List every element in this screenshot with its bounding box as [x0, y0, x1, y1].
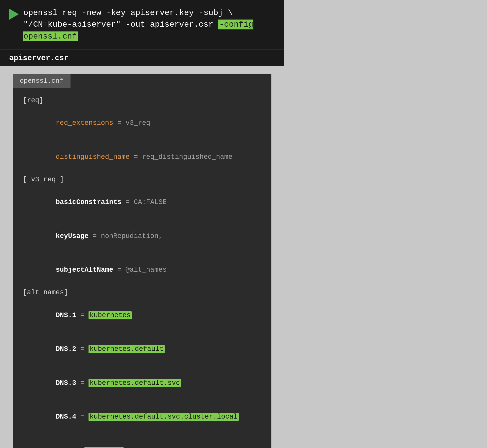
command1-block: openssl req -new -key apiserver.key -sub… — [0, 0, 284, 49]
config-line-v3req: [ v3_req ] — [23, 174, 261, 185]
config-line-dn: distinguished_name = req_distinguished_n… — [23, 140, 261, 174]
val-dns4: kubernetes.default.svc.cluster.local — [89, 413, 238, 421]
config-line-dns2: DNS.2 = kubernetes.default — [23, 332, 261, 366]
key-subject-alt-name: subjectAltName — [56, 266, 113, 274]
config-line-altnames: [alt_names] — [23, 287, 261, 298]
config-body: [req] req_extensions = v3_req distinguis… — [13, 88, 271, 448]
val-dns2: kubernetes.default — [89, 345, 165, 353]
key-ip1: IP.1 — [56, 447, 72, 448]
key-dns4: DNS.4 — [56, 413, 76, 421]
key-dns3: DNS.3 — [56, 379, 76, 387]
val-ip1: 10.96.0.1 — [84, 447, 124, 448]
key-req-extensions: req_extensions — [56, 119, 113, 127]
key-distinguished-name: distinguished_name — [56, 153, 130, 161]
val-dns3: kubernetes.default.svc — [89, 379, 181, 387]
key-keyusage: keyUsage — [56, 232, 89, 240]
command1-text: openssl req -new -key apiserver.key -sub… — [23, 7, 275, 42]
key-basic-constraints: basicConstraints — [56, 198, 121, 206]
config-line-req-ext: req_extensions = v3_req — [23, 106, 261, 140]
config-inner: openssl.cnf [req] req_extensions = v3_re… — [13, 74, 271, 448]
key-dns2: DNS.2 — [56, 345, 76, 353]
config-line-ip1: IP.1 = 10.96.0.1 — [23, 434, 261, 448]
config-tab-label: openssl.cnf — [20, 77, 63, 85]
command1-line2-prefix: "/CN=kube-apiserver" -out apiserver.csr — [23, 20, 218, 29]
config-line-dns4: DNS.4 = kubernetes.default.svc.cluster.l… — [23, 400, 261, 434]
config-line-req: [req] — [23, 95, 261, 106]
config-tab: openssl.cnf — [13, 74, 71, 88]
config-line-dns1: DNS.1 = kubernetes — [23, 298, 261, 332]
config-panel-wrapper: openssl.cnf [req] req_extensions = v3_re… — [0, 66, 284, 448]
command1-line1: openssl req -new -key apiserver.key -sub… — [23, 8, 233, 18]
val-dns1: kubernetes — [89, 311, 132, 319]
output-filename-1: apiserver.csr — [9, 54, 68, 62]
config-line-basic: basicConstraints = CA:FALSE — [23, 185, 261, 219]
config-line-keyusage: keyUsage = nonRepudiation, — [23, 219, 261, 253]
config-line-san: subjectAltName = @alt_names — [23, 253, 261, 287]
config-line-dns3: DNS.3 = kubernetes.default.svc — [23, 366, 261, 400]
key-dns1: DNS.1 — [56, 312, 76, 319]
play-arrow-icon — [9, 9, 19, 20]
output-bar-1: apiserver.csr — [0, 49, 284, 66]
